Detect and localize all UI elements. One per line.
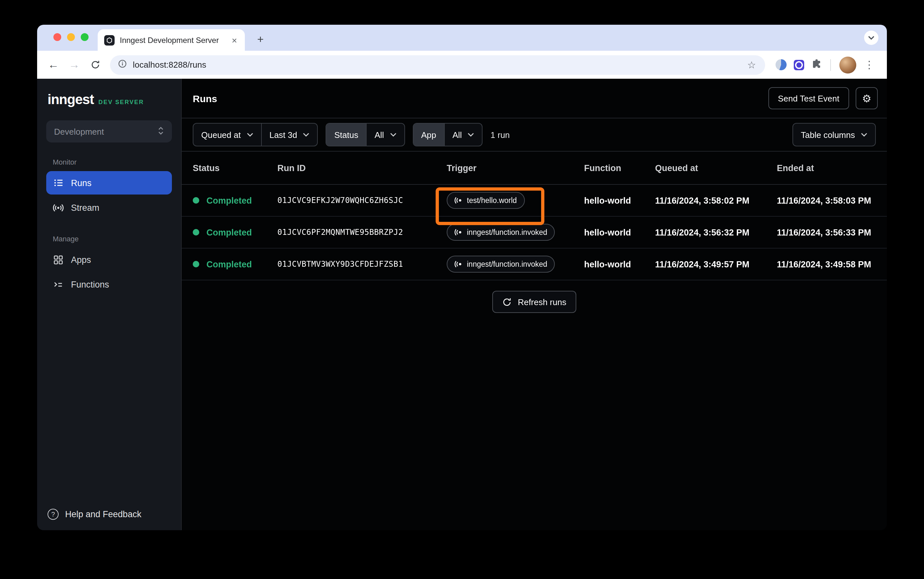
dev-server-badge: DEV SERVER [98, 99, 144, 105]
bookmark-star-icon[interactable]: ☆ [746, 59, 757, 70]
sidebar-item-runs[interactable]: Runs [46, 171, 172, 195]
time-range-filter-button[interactable]: Last 3d [261, 124, 317, 146]
status-dot-icon [193, 261, 199, 267]
status-cell: Completed [193, 227, 277, 237]
column-header-status: Status [193, 163, 277, 173]
trigger-pill[interactable]: test/hello.world [447, 192, 525, 209]
run-id-cell[interactable]: 01JCVBTMV3WXY9D3CFDEJFZSB1 [277, 260, 447, 269]
status-filter-group: Status All [326, 123, 405, 146]
stream-icon [53, 202, 64, 213]
toolbar-divider [830, 59, 831, 70]
column-header-trigger: Trigger [447, 163, 584, 173]
column-header-queued-at: Queued at [655, 163, 777, 173]
select-updown-icon [158, 126, 164, 137]
chevron-down-icon [861, 133, 867, 137]
trigger-cell: inngest/function.invoked [447, 256, 584, 273]
help-and-feedback[interactable]: ? Help and Feedback [48, 509, 141, 520]
runs-icon [53, 177, 64, 188]
logo-row: inngest DEV SERVER [46, 88, 172, 107]
app-filter-button[interactable]: All [444, 124, 482, 146]
column-header-function: Function [584, 163, 655, 173]
sidebar: inngest DEV SERVER Development Monitor [37, 79, 182, 530]
help-label: Help and Feedback [65, 509, 141, 519]
function-cell[interactable]: hello-world [584, 196, 655, 205]
minimize-window-button[interactable] [67, 33, 75, 41]
sidebar-item-label: Stream [71, 203, 99, 213]
url-text[interactable]: localhost:8288/runs [133, 60, 740, 70]
table-row[interactable]: Completed 01JCVC6PF2MQNMTWE95BBRZPJ2 inn… [182, 217, 887, 249]
app-filter-group: App All [412, 123, 483, 146]
function-cell[interactable]: hello-world [584, 259, 655, 269]
site-info-icon[interactable] [118, 59, 127, 70]
refresh-icon [502, 297, 512, 307]
settings-gear-button[interactable]: ⚙ [856, 87, 878, 109]
status-filter-label: Status [327, 124, 366, 146]
new-tab-button[interactable]: + [253, 32, 268, 47]
trigger-cell: inngest/function.invoked [447, 224, 584, 241]
sidebar-item-functions[interactable]: Functions [46, 273, 172, 296]
browser-tab[interactable]: Inngest Development Server × [98, 29, 245, 51]
queued-at-cell: 11/16/2024, 3:56:32 PM [655, 227, 777, 237]
monitor-section-label: Monitor [46, 158, 172, 166]
environment-select[interactable]: Development [46, 120, 172, 142]
zoom-window-button[interactable] [81, 33, 89, 41]
privacy-extension-icon[interactable] [776, 59, 786, 70]
trigger-cell: test/hello.world [447, 192, 584, 209]
status-dot-icon [193, 197, 199, 204]
table-header-row: Status Run ID Trigger Function Queued at… [182, 152, 887, 185]
status-cell: Completed [193, 259, 277, 269]
browser-toolbar: ← → localhost:8288/runs ☆ [37, 51, 887, 79]
send-test-event-button[interactable]: Send Test Event [768, 87, 849, 109]
queued-at-filter-button[interactable]: Queued at [194, 124, 261, 146]
browser-window: Inngest Development Server × + ← → local… [37, 25, 887, 530]
main-content: Runs Send Test Event ⚙ Queued at Last 3d [182, 79, 887, 530]
trigger-pill[interactable]: inngest/function.invoked [447, 224, 555, 241]
sidebar-item-label: Apps [71, 255, 91, 265]
back-button[interactable]: ← [44, 55, 63, 75]
reload-button[interactable] [85, 55, 105, 75]
chevron-down-icon [390, 133, 396, 137]
profile-avatar[interactable] [839, 56, 856, 73]
run-id-cell[interactable]: 01JCVC9EFKJ2W70WQHC6ZH6SJC [277, 196, 447, 205]
forward-button[interactable]: → [64, 55, 84, 75]
page-header: Runs Send Test Event ⚙ [182, 79, 887, 118]
run-count: 1 run [491, 130, 510, 139]
manage-section-label: Manage [46, 235, 172, 243]
table-row[interactable]: Completed 01JCVBTMV3WXY9D3CFDEJFZSB1 inn… [182, 249, 887, 280]
status-filter-button[interactable]: All [366, 124, 404, 146]
chevron-down-icon [468, 133, 474, 137]
ended-at-cell: 11/16/2024, 3:49:58 PM [777, 259, 887, 269]
password-extension-icon[interactable] [794, 59, 804, 70]
help-icon: ? [48, 509, 59, 520]
table-columns-button[interactable]: Table columns [793, 124, 875, 146]
browser-tab-strip: Inngest Development Server × + [37, 25, 887, 51]
chevron-down-icon [246, 133, 253, 137]
column-header-run-id: Run ID [277, 163, 447, 173]
url-bar[interactable]: localhost:8288/runs ☆ [110, 55, 765, 75]
time-filter-group: Queued at Last 3d [193, 123, 318, 146]
refresh-area: Refresh runs [182, 280, 887, 313]
table-row[interactable]: Completed 01JCVC9EFKJ2W70WQHC6ZH6SJC tes… [182, 185, 887, 217]
inngest-app: inngest DEV SERVER Development Monitor [37, 79, 887, 530]
table-columns-group: Table columns [793, 123, 876, 146]
run-id-cell[interactable]: 01JCVC6PF2MQNMTWE95BBRZPJ2 [277, 228, 447, 237]
sidebar-item-stream[interactable]: Stream [46, 196, 172, 219]
function-cell[interactable]: hello-world [584, 227, 655, 237]
extensions-puzzle-icon[interactable] [811, 58, 822, 71]
header-actions: Send Test Event ⚙ [768, 87, 878, 109]
event-signal-icon [455, 228, 462, 236]
refresh-runs-button[interactable]: Refresh runs [492, 291, 576, 313]
environment-value: Development [54, 126, 104, 136]
status-cell: Completed [193, 196, 277, 205]
close-window-button[interactable] [53, 33, 61, 41]
queued-at-cell: 11/16/2024, 3:58:02 PM [655, 196, 777, 205]
inngest-logo: inngest [48, 92, 94, 107]
browser-menu-icon[interactable]: ⋮ [863, 59, 875, 71]
event-signal-icon [455, 260, 462, 268]
tab-search-button[interactable] [864, 31, 878, 45]
sidebar-item-label: Functions [71, 280, 109, 289]
tab-close-icon[interactable]: × [230, 36, 238, 44]
trigger-pill[interactable]: inngest/function.invoked [447, 256, 555, 273]
chevron-down-icon [303, 133, 310, 137]
sidebar-item-apps[interactable]: Apps [46, 248, 172, 271]
